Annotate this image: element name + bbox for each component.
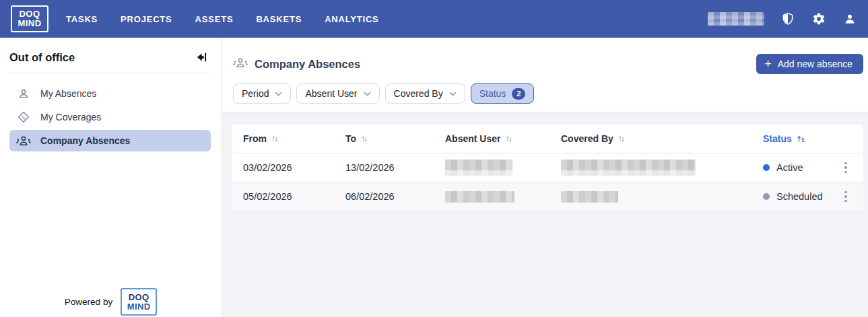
divider bbox=[9, 73, 211, 73]
row-actions-kebab-icon[interactable] bbox=[838, 188, 853, 205]
cell-from: 05/02/2026 bbox=[243, 191, 345, 202]
filter-covered-by[interactable]: Covered By bbox=[385, 83, 465, 104]
nav-item-projects[interactable]: PROJECTS bbox=[121, 14, 172, 24]
powered-by-footer: Powered by DOQ MIND bbox=[0, 288, 222, 316]
status-label: Active bbox=[776, 162, 803, 173]
filter-label: Status bbox=[479, 88, 506, 99]
add-button-label: Add new absence bbox=[778, 59, 853, 69]
sidebar-item-label: My Coverages bbox=[40, 112, 101, 122]
status-cell: Scheduled bbox=[763, 191, 838, 202]
cell-to: 13/02/2026 bbox=[345, 162, 445, 173]
sidebar-item-my-coverages[interactable]: My Coverages bbox=[9, 106, 211, 128]
nav-item-analytics[interactable]: ANALYTICS bbox=[325, 14, 378, 24]
nav-item-tasks[interactable]: TASKS bbox=[66, 14, 98, 24]
status-cell: Active bbox=[763, 162, 838, 173]
chevron-down-icon bbox=[449, 92, 457, 96]
main-content: Company Absences + Add new absence Perio… bbox=[222, 38, 868, 317]
status-dot-scheduled bbox=[763, 193, 770, 200]
cell-from: 03/02/2026 bbox=[243, 162, 345, 173]
app-logo[interactable]: DOQ MIND bbox=[11, 5, 48, 32]
user-name-redacted bbox=[708, 12, 764, 26]
table-row: 05/02/2026 06/02/2026 Scheduled bbox=[232, 182, 863, 211]
redacted-absent-user bbox=[445, 160, 512, 176]
person-icon bbox=[16, 87, 31, 100]
status-dot-active bbox=[763, 164, 770, 171]
logo-line2: MIND bbox=[18, 19, 41, 28]
top-navbar: DOQ MIND TASKS PROJECTS ASSETS BASKETS A… bbox=[0, 0, 868, 38]
logo-line1: DOQ bbox=[19, 9, 40, 19]
gear-icon[interactable] bbox=[811, 11, 826, 26]
collapse-sidebar-icon[interactable] bbox=[195, 50, 209, 65]
column-header-absent-user[interactable]: Absent User ↑↓ bbox=[445, 133, 561, 144]
sidebar-item-label: Company Absences bbox=[40, 135, 130, 146]
redacted-covered-by bbox=[561, 191, 618, 203]
sidebar-item-company-absences[interactable]: Company Absences bbox=[9, 130, 211, 151]
add-new-absence-button[interactable]: + Add new absence bbox=[756, 54, 863, 74]
filter-label: Covered By bbox=[394, 88, 443, 99]
redacted-absent-user bbox=[445, 191, 514, 203]
nav-item-baskets[interactable]: BASKETS bbox=[256, 14, 302, 24]
sidebar-title: Out of office bbox=[9, 51, 75, 64]
doqmind-logo: DOQ MIND bbox=[121, 288, 157, 316]
column-header-covered-by[interactable]: Covered By ↑↓ bbox=[561, 133, 763, 144]
sidebar-item-my-absences[interactable]: My Absences bbox=[9, 83, 211, 104]
column-header-status[interactable]: Status bbox=[763, 133, 838, 144]
sort-icon: ↑↓ bbox=[361, 134, 366, 143]
chevron-down-icon bbox=[275, 92, 282, 96]
redacted-covered-by bbox=[561, 160, 696, 176]
page-title: Company Absences bbox=[255, 58, 360, 71]
people-group-icon bbox=[16, 134, 31, 147]
filter-label: Period bbox=[242, 88, 269, 99]
cell-to: 06/02/2026 bbox=[345, 191, 445, 202]
plus-icon: + bbox=[764, 58, 772, 70]
filter-period[interactable]: Period bbox=[233, 83, 291, 104]
filter-bar: Period Absent User Covered By Status 2 bbox=[222, 74, 868, 104]
main-nav: TASKS PROJECTS ASSETS BASKETS ANALYTICS bbox=[66, 14, 379, 24]
sidebar-item-label: My Absences bbox=[40, 88, 96, 99]
nav-item-assets[interactable]: ASSETS bbox=[195, 14, 234, 24]
handshake-icon bbox=[16, 110, 31, 124]
table-header-row: From ↑↓ To ↑↓ Absent User ↑↓ Covered By … bbox=[232, 125, 863, 153]
table-row: 03/02/2026 13/02/2026 Active bbox=[232, 153, 863, 182]
column-header-to[interactable]: To ↑↓ bbox=[345, 133, 445, 144]
row-actions-kebab-icon[interactable] bbox=[838, 160, 853, 176]
status-label: Scheduled bbox=[776, 191, 823, 202]
people-group-icon bbox=[233, 57, 248, 71]
filter-absent-user[interactable]: Absent User bbox=[296, 83, 379, 104]
logo-line2: MIND bbox=[127, 302, 151, 312]
sidebar: Out of office My Absences My Coverages bbox=[0, 38, 222, 317]
filter-status[interactable]: Status 2 bbox=[471, 83, 535, 104]
user-icon[interactable] bbox=[842, 11, 857, 26]
absences-table: From ↑↓ To ↑↓ Absent User ↑↓ Covered By … bbox=[232, 125, 863, 211]
logo-line1: DOQ bbox=[129, 293, 149, 302]
sort-icon: ↑↓ bbox=[505, 134, 510, 143]
filter-label: Absent User bbox=[305, 88, 357, 99]
chevron-down-icon bbox=[364, 92, 371, 96]
sort-icon: ↑↓ bbox=[271, 134, 277, 143]
shield-icon[interactable] bbox=[780, 11, 795, 26]
sort-icon: ↑↓ bbox=[618, 134, 624, 143]
page-header-section: Company Absences + Add new absence Perio… bbox=[222, 38, 868, 112]
filter-count-badge: 2 bbox=[512, 88, 525, 100]
column-header-from[interactable]: From ↑↓ bbox=[243, 133, 345, 144]
navbar-right bbox=[708, 11, 857, 26]
powered-by-text: Powered by bbox=[65, 297, 112, 307]
sort-ascending-icon bbox=[797, 135, 805, 143]
